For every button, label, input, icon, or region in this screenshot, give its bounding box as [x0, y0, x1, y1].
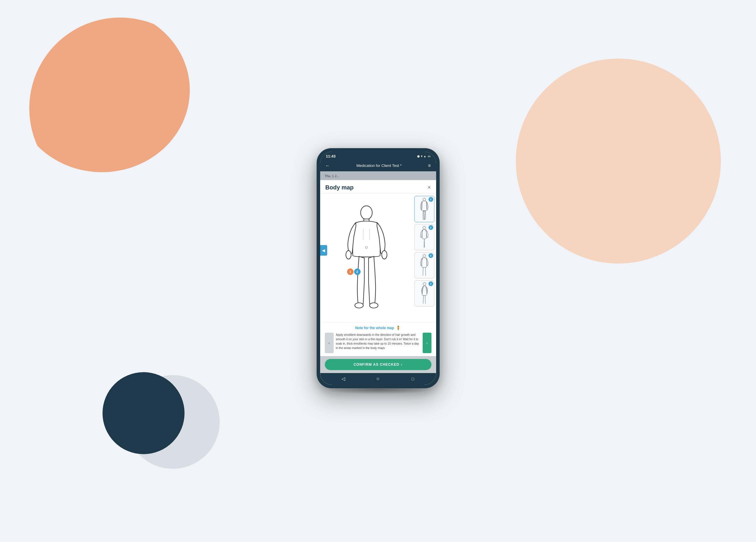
svg-point-13 [423, 255, 426, 257]
thumb-badge-4: 2 [429, 281, 433, 286]
note-next-button[interactable]: › [423, 333, 431, 353]
menu-button[interactable]: ≡ [428, 163, 431, 168]
home-nav-icon: ○ [376, 376, 380, 382]
note-title: Note for the whole map [355, 326, 394, 330]
svg-point-4 [355, 303, 363, 308]
svg-point-9 [423, 198, 426, 201]
thumb-badge-1: 2 [429, 197, 433, 202]
svg-point-10 [423, 226, 426, 229]
back-nav-button[interactable]: ◁ [339, 376, 348, 382]
status-bar: 11:43 ◉ ▾ ▲ ▭ [320, 152, 436, 160]
recent-nav-icon: □ [412, 376, 414, 381]
thumbnail-panel: 2 2 [413, 194, 436, 322]
home-nav-button[interactable]: ○ [373, 376, 382, 382]
phone-bottom-nav: ◁ ○ □ [320, 373, 436, 385]
tab-bar: Thu, 1 J... [320, 171, 436, 180]
marker-2-label: 2 [356, 270, 358, 273]
svg-point-16 [423, 282, 426, 285]
svg-line-18 [425, 295, 425, 304]
note-header: Note for the whole map 🧍 [325, 325, 431, 330]
confirm-arrow-icon: › [401, 362, 402, 366]
note-text: Apply emollient downwards in the directi… [336, 333, 420, 350]
body-figure-svg [337, 205, 396, 311]
svg-line-14 [423, 267, 423, 275]
svg-point-0 [361, 206, 372, 219]
action-bar: CONFIRM AS CHECKED › [320, 356, 436, 373]
note-navigation: ‹ Apply emollient downwards in the direc… [325, 333, 431, 353]
thumbnail-1[interactable]: 2 [414, 196, 434, 222]
signal-icon: ▲ [424, 155, 426, 158]
modal-content: Body map × ◀ [320, 180, 436, 373]
left-arrow-nav[interactable]: ◀ [320, 245, 327, 256]
svg-point-2 [346, 251, 351, 259]
bg-decoration-dark [103, 372, 185, 454]
battery-icon: ▭ [428, 155, 430, 158]
svg-line-15 [425, 267, 426, 275]
phone-device: 11:43 ◉ ▾ ▲ ▭ ← Medication for Client Te… [317, 148, 440, 394]
note-next-icon: › [426, 340, 428, 345]
thumbnail-2[interactable]: 2 [414, 224, 434, 251]
note-prev-button[interactable]: ‹ [325, 333, 334, 353]
note-icon: 🧍 [396, 325, 401, 330]
nav-title: Medication for Client Test * [330, 163, 428, 168]
svg-line-12 [424, 239, 425, 248]
back-nav-icon: ◁ [342, 376, 345, 381]
nav-bar: ← Medication for Client Test * ≡ [320, 160, 436, 171]
recent-nav-button[interactable]: □ [408, 376, 417, 382]
thumb-badge-3: 2 [429, 253, 433, 258]
back-button[interactable]: ← [325, 163, 330, 168]
thumbnail-3[interactable]: 2 [414, 252, 434, 278]
confirm-label: CONFIRM AS CHECKED [354, 362, 399, 366]
marker-1-label: 1 [349, 270, 351, 273]
modal-header: Body map × [320, 180, 436, 194]
location-icon: ◉ [417, 155, 420, 158]
note-prev-icon: ‹ [328, 340, 330, 345]
thumb-badge-2: 2 [429, 225, 433, 230]
modal-title: Body map [325, 184, 354, 191]
phone-screen: 11:43 ◉ ▾ ▲ ▭ ← Medication for Client Te… [320, 152, 436, 385]
svg-point-3 [382, 251, 387, 259]
body-marker-2[interactable]: 2 [354, 269, 361, 275]
wifi-icon: ▾ [421, 155, 422, 158]
confirm-as-checked-button[interactable]: CONFIRM AS CHECKED › [325, 359, 431, 370]
note-section: Note for the whole map 🧍 ‹ Apply emollie… [320, 322, 436, 356]
thumbnail-4[interactable]: 2 [414, 280, 434, 306]
tab-label: Thu, 1 J... [325, 174, 339, 178]
body-marker-1[interactable]: 1 [347, 269, 354, 275]
bg-decoration-orange [29, 18, 211, 199]
bg-decoration-peach [516, 59, 721, 264]
status-icons: ◉ ▾ ▲ ▭ [417, 155, 430, 158]
left-arrow-icon: ◀ [322, 248, 325, 253]
body-map-area: ◀ [320, 194, 436, 322]
phone-frame: 11:43 ◉ ▾ ▲ ▭ ← Medication for Client Te… [317, 148, 440, 388]
svg-line-17 [423, 295, 424, 304]
close-button[interactable]: × [428, 185, 431, 191]
status-time: 11:43 [326, 154, 336, 159]
body-figure-container: 1 2 [320, 194, 413, 322]
svg-point-5 [369, 303, 378, 308]
